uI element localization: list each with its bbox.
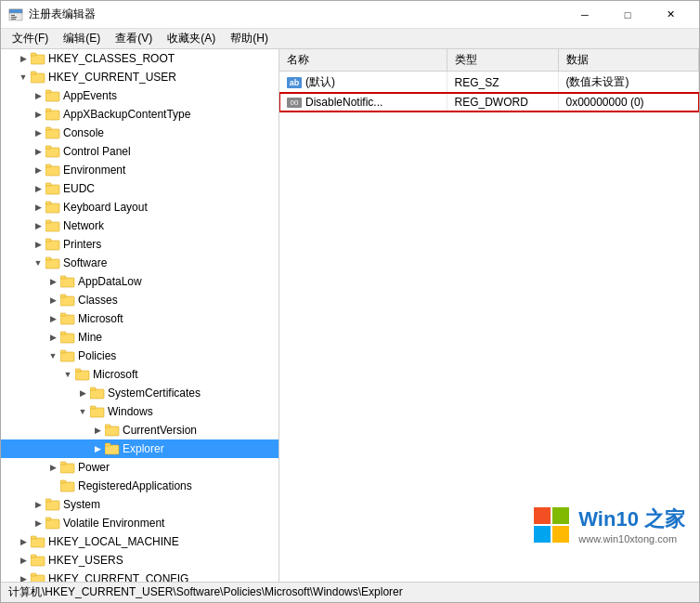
expander-explorer[interactable]: ▶ bbox=[90, 441, 105, 456]
maximize-button[interactable]: □ bbox=[606, 1, 649, 29]
tree-item-currentversion[interactable]: ▶ CurrentVersion bbox=[1, 421, 279, 439]
col-header-name[interactable]: 名称 bbox=[279, 49, 447, 72]
expander-appdatalow[interactable]: ▶ bbox=[45, 274, 60, 289]
tree-item-appdatalow[interactable]: ▶ AppDataLow bbox=[1, 272, 279, 291]
svg-rect-16 bbox=[45, 146, 51, 149]
menu-item[interactable]: 帮助(H) bbox=[223, 29, 276, 48]
tree-item-controlpanel[interactable]: ▶ Control Panel bbox=[1, 142, 279, 161]
svg-rect-1 bbox=[9, 9, 22, 13]
menu-item[interactable]: 收藏夹(A) bbox=[160, 29, 223, 48]
tree-item-software[interactable]: ▼ Software bbox=[1, 254, 279, 272]
minimize-button[interactable]: ─ bbox=[564, 1, 606, 29]
expander-console[interactable]: ▶ bbox=[31, 125, 45, 140]
tree-pane[interactable]: ▶ HKEY_CLASSES_ROOT ▼ HKEY_CURRENT_USER … bbox=[1, 49, 279, 582]
tree-label-keyboardlayout: Keyboard Layout bbox=[63, 201, 148, 214]
svg-rect-38 bbox=[60, 350, 66, 353]
tree-label-policies: Policies bbox=[78, 349, 116, 362]
tree-item-appxbackup[interactable]: ▶ AppXBackupContentType bbox=[1, 105, 279, 124]
tree-item-hkcu[interactable]: ▼ HKEY_CURRENT_USER bbox=[1, 68, 279, 86]
table-row-selected[interactable]: 00 DisableNotific... REG_DWORD 0x0000000… bbox=[279, 93, 699, 111]
tree-item-eudc[interactable]: ▶ EUDC bbox=[1, 179, 279, 198]
svg-rect-59 bbox=[31, 557, 45, 566]
tree-item-registeredapps[interactable]: RegisteredApplications bbox=[1, 477, 279, 495]
tree-item-hklm[interactable]: ▶ HKEY_LOCAL_MACHINE bbox=[1, 532, 279, 551]
expander-printers[interactable]: ▶ bbox=[31, 237, 45, 252]
svg-rect-40 bbox=[75, 369, 81, 372]
expander-network[interactable]: ▶ bbox=[31, 218, 45, 233]
tree-label-hkcr: HKEY_CLASSES_ROOT bbox=[48, 52, 175, 65]
tree-item-keyboardlayout[interactable]: ▶ Keyboard Layout bbox=[1, 198, 279, 216]
tree-label-hkcu: HKEY_CURRENT_USER bbox=[48, 71, 176, 84]
value-name-default: (默认) bbox=[305, 74, 335, 90]
tree-label-appxbackup: AppXBackupContentType bbox=[63, 108, 190, 121]
tree-item-systemcerts[interactable]: ▶ SystemCertificates bbox=[1, 384, 279, 402]
tree-item-microsoft-pol[interactable]: ▼ Microsoft bbox=[1, 365, 279, 384]
expander-hkcc[interactable]: ▶ bbox=[16, 571, 31, 582]
tree-item-network[interactable]: ▶ Network bbox=[1, 216, 279, 235]
expander-classes[interactable]: ▶ bbox=[45, 293, 60, 308]
tree-item-policies[interactable]: ▼ Policies bbox=[1, 347, 279, 365]
folder-icon-eudc bbox=[45, 182, 60, 195]
svg-rect-21 bbox=[45, 203, 59, 213]
folder-icon-classes bbox=[60, 294, 75, 307]
expander-hkcu[interactable]: ▼ bbox=[16, 70, 31, 85]
expander-power[interactable]: ▶ bbox=[45, 460, 60, 475]
tree-item-hkcc[interactable]: ▶ HKEY_CURRENT_CONFIG bbox=[1, 570, 279, 582]
tree-item-power[interactable]: ▶ Power bbox=[1, 458, 279, 477]
expander-appevents[interactable]: ▶ bbox=[31, 88, 45, 103]
svg-rect-24 bbox=[45, 220, 51, 223]
tree-item-hku[interactable]: ▶ HKEY_USERS bbox=[1, 551, 279, 570]
expander-systemcerts[interactable]: ▶ bbox=[75, 386, 90, 400]
tree-item-volatileenv[interactable]: ▶ Volatile Environment bbox=[1, 514, 279, 532]
expander-policies[interactable]: ▼ bbox=[45, 348, 60, 363]
svg-rect-53 bbox=[45, 501, 59, 510]
expander-controlpanel[interactable]: ▶ bbox=[31, 144, 45, 159]
expander-system[interactable]: ▶ bbox=[31, 497, 45, 512]
tree-label-appdatalow: AppDataLow bbox=[78, 275, 142, 288]
tree-item-mine[interactable]: ▶ Mine bbox=[1, 328, 279, 347]
expander-software[interactable]: ▼ bbox=[31, 256, 45, 270]
expander-appxbackup[interactable]: ▶ bbox=[31, 107, 45, 122]
tree-label-windows: Windows bbox=[108, 405, 153, 418]
tree-item-printers[interactable]: ▶ Printers bbox=[1, 235, 279, 254]
tree-item-appevents[interactable]: ▶ AppEvents bbox=[1, 86, 279, 105]
registry-table[interactable]: 名称 类型 数据 ab (默认) bbox=[279, 49, 699, 582]
expander-microsoft-pol[interactable]: ▼ bbox=[60, 367, 75, 382]
expander-hklm[interactable]: ▶ bbox=[16, 534, 31, 549]
menu-item[interactable]: 编辑(E) bbox=[56, 29, 108, 48]
expander-windows[interactable]: ▼ bbox=[75, 404, 90, 419]
folder-icon-software bbox=[45, 256, 60, 269]
expander-eudc[interactable]: ▶ bbox=[31, 181, 45, 196]
tree-item-microsoft-soft[interactable]: ▶ Microsoft bbox=[1, 309, 279, 328]
expander-mine[interactable]: ▶ bbox=[45, 330, 60, 345]
tree-item-explorer[interactable]: ▶ Explorer bbox=[1, 439, 279, 458]
col-header-data[interactable]: 数据 bbox=[558, 49, 699, 72]
svg-rect-11 bbox=[45, 111, 59, 120]
tree-label-software: Software bbox=[63, 256, 107, 269]
close-button[interactable]: ✕ bbox=[649, 1, 692, 29]
value-table: 名称 类型 数据 ab (默认) bbox=[279, 49, 699, 111]
expander-currentversion[interactable]: ▶ bbox=[90, 423, 105, 438]
svg-rect-41 bbox=[90, 389, 104, 399]
expander-volatileenv[interactable]: ▶ bbox=[31, 516, 45, 531]
svg-rect-26 bbox=[45, 239, 51, 242]
tree-item-classes[interactable]: ▶ Classes bbox=[1, 291, 279, 309]
expander-microsoft-soft[interactable]: ▶ bbox=[45, 311, 60, 326]
menu-item[interactable]: 文件(F) bbox=[5, 29, 56, 48]
tree-item-environment[interactable]: ▶ Environment bbox=[1, 161, 279, 179]
tree-item-windows[interactable]: ▼ Windows bbox=[1, 402, 279, 421]
expander-environment[interactable]: ▶ bbox=[31, 163, 45, 177]
expander-hkcr[interactable]: ▶ bbox=[16, 51, 31, 66]
folder-icon-appdatalow bbox=[60, 275, 75, 288]
col-header-type[interactable]: 类型 bbox=[447, 49, 558, 72]
expander-keyboardlayout[interactable]: ▶ bbox=[31, 200, 45, 215]
tree-item-system[interactable]: ▶ System bbox=[1, 495, 279, 514]
folder-icon-network bbox=[45, 219, 60, 232]
tree-item-console[interactable]: ▶ Console bbox=[1, 124, 279, 142]
menu-item[interactable]: 查看(V) bbox=[108, 29, 160, 48]
folder-icon-registeredapps bbox=[60, 479, 75, 492]
tree-item-hkcr[interactable]: ▶ HKEY_CLASSES_ROOT bbox=[1, 49, 279, 68]
table-row[interactable]: ab (默认) REG_SZ (数值未设置) bbox=[279, 72, 699, 94]
expander-hku[interactable]: ▶ bbox=[16, 553, 31, 568]
tree-label-environment: Environment bbox=[63, 164, 125, 177]
